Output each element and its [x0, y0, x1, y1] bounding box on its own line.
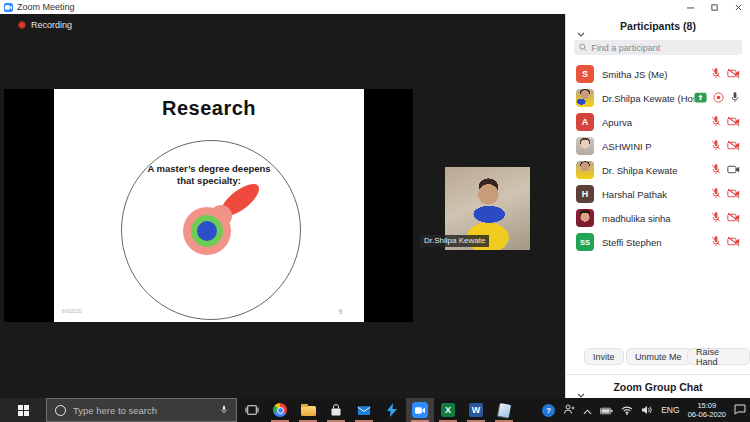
task-view-icon[interactable]	[238, 398, 266, 422]
avatar-photo	[576, 209, 594, 227]
taskbar: XW ? ENG 15:09 06-06-2020	[0, 398, 750, 422]
maximize-button[interactable]	[702, 0, 726, 14]
windows-logo-icon	[18, 405, 29, 416]
mic-icon[interactable]	[220, 401, 228, 419]
window-titlebar: Zoom Meeting	[0, 0, 750, 14]
bullseye-graphic	[54, 89, 364, 322]
participant-row[interactable]: SSmitha JS (Me)	[566, 62, 750, 86]
search-icon	[579, 43, 587, 52]
avatar-initials: S	[576, 65, 594, 83]
start-button[interactable]	[0, 398, 46, 422]
volume-icon[interactable]	[641, 401, 653, 419]
shared-screen: Research A master’s degree deepens that …	[4, 89, 413, 322]
microsoft-store-icon[interactable]	[322, 398, 350, 422]
taskbar-search[interactable]	[46, 398, 237, 422]
avatar-initials: SS	[576, 233, 594, 251]
action-center-icon[interactable]	[734, 401, 746, 419]
participant-name: Dr. Shilpa Kewate	[602, 165, 711, 176]
mic-muted-icon	[711, 233, 721, 251]
slide-footer-date: 6/6/2020	[62, 308, 81, 314]
avatar-initials: H	[576, 185, 594, 203]
recording-label: Recording	[31, 20, 72, 30]
zoom-meeting-window: Zoom Meeting Recording Research A master…	[0, 0, 750, 422]
mic-muted-icon	[711, 161, 721, 179]
participant-name: madhulika sinha	[602, 213, 711, 224]
close-button[interactable]	[726, 0, 750, 14]
video-off-icon	[727, 185, 740, 203]
presentation-slide: Research A master’s degree deepens that …	[54, 89, 364, 322]
video-off-icon	[727, 137, 740, 155]
participant-name: Smitha JS (Me)	[602, 69, 711, 80]
word-icon[interactable]: W	[462, 398, 490, 422]
video-off-icon	[727, 65, 740, 83]
battery-icon[interactable]	[600, 401, 613, 419]
recording-indicator: Recording	[18, 20, 72, 30]
participant-row[interactable]: HHarshal Pathak	[566, 182, 750, 206]
avatar-photo	[576, 89, 594, 107]
avatar-photo	[576, 137, 594, 155]
file-explorer-icon[interactable]	[294, 398, 322, 422]
participants-header: Participants (8)	[566, 14, 750, 38]
video-on-icon	[727, 161, 740, 179]
language-label[interactable]: ENG	[661, 405, 679, 415]
participant-row[interactable]: SSSteffi Stephen	[566, 230, 750, 254]
clock[interactable]: 15:09 06-06-2020	[688, 401, 726, 419]
clock-date: 06-06-2020	[688, 410, 726, 419]
recording-status-icon	[713, 89, 724, 107]
panel-collapse-chevron-icon[interactable]	[577, 23, 585, 41]
participant-row[interactable]: madhulika sinha	[566, 206, 750, 230]
participant-name: ASHWINI P	[602, 141, 711, 152]
zoom-app-icon	[4, 3, 13, 12]
participant-search-input[interactable]	[591, 43, 737, 53]
invite-button[interactable]: Invite	[584, 348, 624, 365]
system-tray: ? ENG 15:09 06-06-2020	[542, 398, 748, 422]
chat-section-header: Zoom Group Chat	[566, 376, 750, 398]
unmute-me-button[interactable]: Unmute Me	[626, 348, 691, 365]
participant-name: Harshal Pathak	[602, 189, 711, 200]
raise-hand-button[interactable]: Raise Hand	[687, 348, 750, 365]
participant-row[interactable]: ASHWINI P	[566, 134, 750, 158]
wifi-icon[interactable]	[621, 401, 633, 419]
cortana-icon	[55, 405, 66, 416]
help-icon[interactable]: ?	[542, 404, 555, 417]
notes-icon[interactable]	[490, 398, 518, 422]
recording-dot-icon	[18, 21, 26, 29]
screen-share-icon	[694, 89, 707, 107]
tray-chevron-icon[interactable]	[583, 401, 592, 419]
participant-row[interactable]: Dr.Shilpa Kewate (Host)	[566, 86, 750, 110]
participant-search[interactable]	[574, 40, 742, 55]
excel-icon[interactable]: X	[434, 398, 462, 422]
mic-muted-icon	[711, 209, 721, 227]
participant-name: Dr.Shilpa Kewate (Host)	[602, 93, 694, 104]
lightning-icon[interactable]	[378, 398, 406, 422]
participant-row[interactable]: Dr. Shilpa Kewate	[566, 158, 750, 182]
clock-time: 15:09	[688, 401, 726, 410]
mail-icon[interactable]	[350, 398, 378, 422]
people-icon[interactable]	[563, 401, 575, 419]
mic-on-icon	[730, 89, 740, 107]
avatar-initials: A	[576, 113, 594, 131]
participants-panel: Participants (8) SSmitha JS (Me) Dr.Shil…	[565, 14, 750, 398]
participant-name-overlay: Dr.Shilpa Kewate	[420, 235, 489, 247]
avatar-photo	[576, 161, 594, 179]
mic-muted-icon	[711, 65, 721, 83]
participant-name: Steffi Stephen	[602, 237, 711, 248]
zoom-icon[interactable]	[406, 398, 434, 422]
taskbar-apps: XW	[238, 398, 518, 422]
video-off-icon	[727, 233, 740, 251]
participant-row[interactable]: AApurva	[566, 110, 750, 134]
video-thumbnail[interactable]: Dr.Shilpa Kewate	[445, 167, 530, 250]
participant-name: Apurva	[602, 117, 711, 128]
chrome-icon[interactable]	[266, 398, 294, 422]
taskbar-search-input[interactable]	[73, 405, 213, 416]
chat-title: Zoom Group Chat	[613, 381, 702, 393]
panel-actions: Invite Unmute Me Raise Hand	[566, 348, 750, 366]
participant-list: SSmitha JS (Me) Dr.Shilpa Kewate (Host) …	[566, 62, 750, 254]
window-title: Zoom Meeting	[17, 2, 75, 12]
video-off-icon	[727, 113, 740, 131]
slide-page-number: 9	[338, 308, 342, 315]
panel-divider	[566, 374, 750, 375]
mic-muted-icon	[711, 113, 721, 131]
minimize-button[interactable]	[678, 0, 702, 14]
meeting-canvas: Recording Research A master’s degree dee…	[0, 14, 565, 398]
